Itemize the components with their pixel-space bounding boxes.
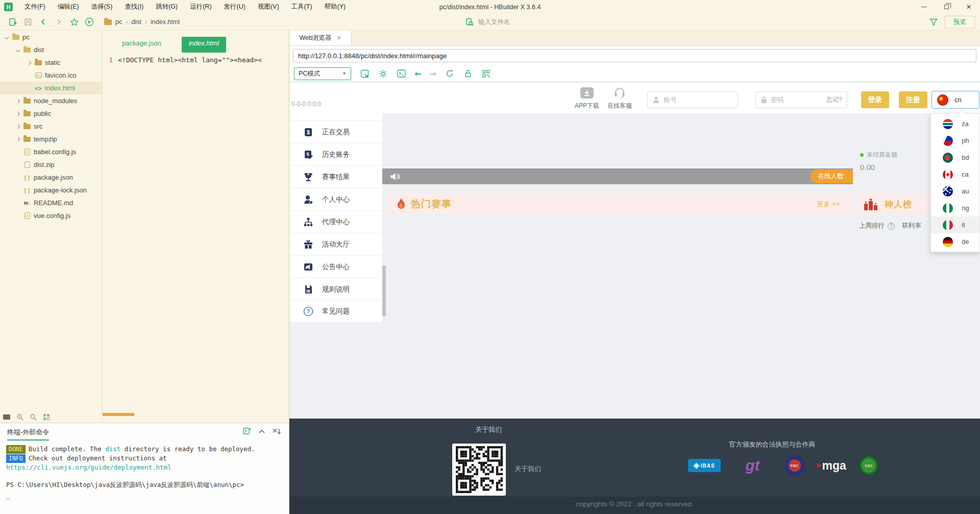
tree-item-label: tempzip: [34, 135, 57, 143]
editor-tab-index.html[interactable]: index.html: [182, 37, 226, 53]
flag-it-icon: [943, 220, 953, 230]
side-menu-item-代理中心[interactable]: 代理中心: [289, 210, 382, 233]
nav-back-icon[interactable]: ←: [414, 69, 421, 79]
run-icon[interactable]: [82, 16, 97, 28]
breadcrumb-file[interactable]: index.html: [151, 18, 180, 26]
favorite-star-icon[interactable]: [66, 16, 82, 28]
tree-item-dist[interactable]: dist: [0, 43, 102, 56]
terminal-tab[interactable]: 终端-外部命令: [7, 428, 49, 440]
lang-option-bd[interactable]: bd: [931, 149, 979, 166]
menu-item-0[interactable]: 文件(F): [19, 1, 51, 13]
refresh-icon[interactable]: [445, 68, 455, 79]
qrcode-icon[interactable]: [481, 68, 492, 79]
menu-item-1[interactable]: 编辑(E): [52, 1, 85, 13]
browser-tab-close-icon[interactable]: ✕: [336, 35, 341, 41]
lang-option-ca[interactable]: ca: [931, 166, 979, 183]
side-menu-item-个人中心[interactable]: 个人中心: [289, 188, 382, 210]
about-title: 关于我们: [475, 425, 502, 434]
device-mode-select[interactable]: PC模式▼: [294, 67, 351, 80]
tree-item-src[interactable]: src: [0, 120, 102, 133]
tree-item-favicon.ico[interactable]: favicon.ico: [0, 69, 102, 82]
new-terminal-icon[interactable]: [243, 428, 251, 435]
editor-hscrollbar[interactable]: [103, 413, 134, 416]
search-icon[interactable]: [30, 413, 37, 421]
hot-events-more-link[interactable]: 更多 >>: [817, 200, 840, 209]
lock-icon[interactable]: [463, 68, 473, 79]
settings-gear-icon[interactable]: [378, 68, 388, 79]
lang-option-ph[interactable]: ph: [931, 132, 979, 149]
code-line[interactable]: 1 <!DOCTYPE html><html lang=""><head><: [103, 56, 289, 64]
filter-icon[interactable]: [929, 18, 938, 26]
breadcrumb-dist[interactable]: dist: [131, 18, 141, 26]
tree-item-node_modules[interactable]: node_modules: [0, 94, 102, 107]
nav-forward-icon[interactable]: →: [429, 69, 436, 79]
menu-item-7[interactable]: 视图(V): [252, 1, 285, 13]
side-menu-item-常见问题[interactable]: ?常见问题: [289, 300, 382, 323]
js-icon: J: [22, 149, 32, 155]
account-input[interactable]: 账号: [647, 91, 738, 108]
lang-option-ng[interactable]: ng: [931, 200, 979, 216]
about-link[interactable]: 关于我们: [514, 464, 541, 474]
menu-item-6[interactable]: 发行(U): [218, 1, 251, 13]
login-button[interactable]: 登录: [861, 91, 889, 108]
tree-item-static[interactable]: static: [0, 56, 102, 69]
app-download-link[interactable]: APP下载: [573, 87, 601, 110]
side-menu-item-历史账务[interactable]: $历史账务: [289, 143, 382, 165]
console-icon[interactable]: [396, 68, 406, 79]
tree-item-public[interactable]: public: [0, 107, 102, 120]
tree-item-vue.config.js[interactable]: Jvue.config.js: [0, 209, 102, 222]
online-service-link[interactable]: 在线客服: [606, 87, 633, 110]
find-in-files-icon[interactable]: A: [16, 413, 23, 421]
restore-button[interactable]: [935, 0, 958, 14]
register-button[interactable]: 注册: [899, 91, 927, 108]
menu-item-2[interactable]: 选择(S): [86, 1, 118, 13]
tree-item-tempzip[interactable]: tempzip: [0, 133, 102, 145]
page-vscrollbar[interactable]: [382, 265, 386, 316]
lang-option-au[interactable]: au: [931, 183, 979, 200]
side-menu-item-公告中心[interactable]: 公告中心: [289, 255, 382, 278]
breadcrumb-pc[interactable]: pc: [115, 18, 122, 26]
menu-item-9[interactable]: 帮助(Y): [319, 1, 352, 13]
open-external-icon[interactable]: [359, 68, 370, 79]
menu-item-5[interactable]: 运行(R): [184, 1, 217, 13]
tree-item-index.html[interactable]: <>index.html: [0, 82, 102, 94]
side-menu-item-活动大厅[interactable]: 活动大厅: [289, 233, 382, 255]
tree-item-pc[interactable]: pc: [0, 31, 102, 43]
lang-option-it[interactable]: it: [931, 216, 979, 233]
lang-option-za[interactable]: za: [931, 115, 979, 132]
tree-item-README.md[interactable]: M↓README.md: [0, 197, 102, 209]
password-input[interactable]: 密码 忘记?: [755, 91, 847, 108]
forgot-password-link[interactable]: 忘记?: [826, 95, 842, 104]
editor-tab-package.json[interactable]: package.json: [115, 37, 168, 53]
close-button[interactable]: ✕: [958, 0, 980, 14]
minimize-button[interactable]: [913, 0, 935, 14]
save-icon[interactable]: [20, 16, 36, 28]
terminal-output[interactable]: DONEBuild complete. The dist directory i…: [0, 440, 289, 504]
new-file-icon[interactable]: [5, 16, 20, 28]
tree-item-babel.config.js[interactable]: Jbabel.config.js: [0, 145, 102, 158]
menu-item-8[interactable]: 工具(T): [286, 1, 318, 13]
tree-item-package.json[interactable]: [ ]package.json: [0, 171, 102, 184]
back-icon[interactable]: [36, 16, 51, 28]
browser-tab[interactable]: Web浏览器 ✕: [289, 31, 352, 45]
language-select[interactable]: cn: [932, 91, 979, 109]
extensions-icon[interactable]: [43, 413, 50, 421]
url-input[interactable]: http://127.0.0.1:8848/pc/dist/index.html…: [293, 49, 976, 62]
side-menu-item-赛事结果[interactable]: 赛事结果: [289, 165, 382, 188]
file-search-input[interactable]: 输入文件名: [465, 18, 510, 27]
collapse-panel-icon[interactable]: [259, 429, 265, 433]
help-question-icon[interactable]: ?: [888, 223, 895, 230]
tree-item-package-lock.json[interactable]: [ ]package-lock.json: [0, 184, 102, 197]
forward-icon[interactable]: [51, 16, 66, 28]
tree-item-dist.zip[interactable]: dist.zip: [0, 158, 102, 171]
close-panel-icon[interactable]: [273, 428, 282, 435]
side-menu-item-正在交易[interactable]: $正在交易: [289, 120, 382, 143]
project-folder-icon[interactable]: [3, 414, 10, 420]
side-menu-item-规则说明[interactable]: 规则说明: [289, 278, 382, 300]
lang-option-de[interactable]: de: [931, 233, 979, 250]
side-menu-label: 常见问题: [322, 307, 350, 316]
preview-button[interactable]: 预览: [945, 16, 975, 29]
menu-item-4[interactable]: 跳转(G): [150, 1, 183, 13]
menu-item-3[interactable]: 查找(I): [119, 1, 149, 13]
deployment-link[interactable]: https://cli.vuejs.org/guide/deployment.h…: [6, 463, 172, 471]
